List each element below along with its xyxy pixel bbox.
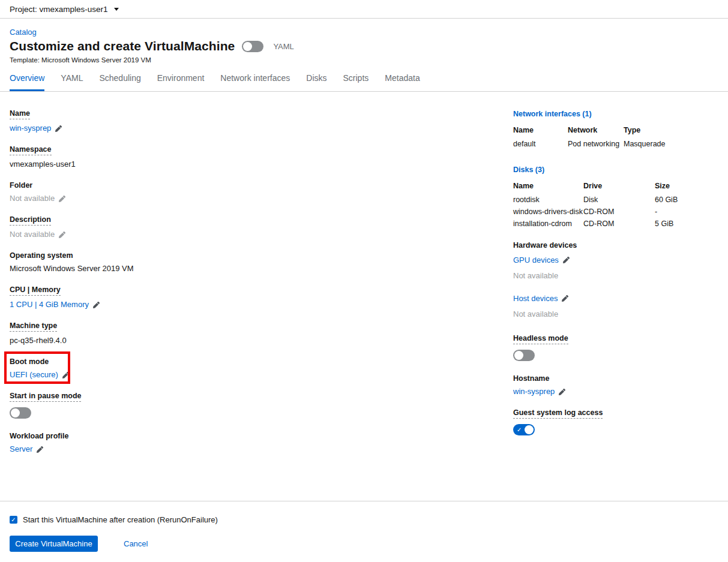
hardware-devices-label: Hardware devices bbox=[513, 241, 718, 250]
start-after-creation-label: Start this VirtualMachine after creation… bbox=[23, 515, 218, 524]
operating-system-label: Operating system bbox=[10, 251, 73, 260]
tab-disks[interactable]: Disks bbox=[306, 67, 326, 91]
pencil-icon[interactable] bbox=[562, 295, 568, 302]
guest-system-log-access-toggle[interactable]: ✓ bbox=[513, 424, 535, 435]
start-in-pause-mode-label[interactable]: Start in pause mode bbox=[10, 392, 81, 402]
tab-bar: Overview YAML Scheduling Environment Net… bbox=[0, 67, 728, 92]
project-bar: Project: vmexamples-user1 bbox=[0, 0, 728, 19]
details-right-column: Network interfaces (1) Name Network Type… bbox=[513, 107, 718, 501]
tab-scripts[interactable]: Scripts bbox=[343, 67, 369, 91]
headless-mode-toggle[interactable] bbox=[513, 350, 535, 361]
hostname-label: Hostname bbox=[513, 374, 549, 383]
tab-yaml[interactable]: YAML bbox=[61, 67, 83, 91]
machine-type-label[interactable]: Machine type bbox=[10, 321, 57, 332]
table-cell: Masquerade bbox=[624, 140, 718, 154]
column-header: Size bbox=[655, 182, 718, 196]
cpu-memory-value-link[interactable]: 1 CPU | 4 GiB Memory bbox=[10, 300, 89, 309]
table-cell: rootdisk bbox=[513, 196, 583, 208]
footer-action-bar: ✓ Start this VirtualMachine after creati… bbox=[0, 501, 728, 562]
cancel-button[interactable]: Cancel bbox=[124, 539, 148, 548]
start-after-creation-checkbox[interactable]: ✓ bbox=[10, 516, 17, 524]
breadcrumb-catalog[interactable]: Catalog bbox=[10, 28, 37, 37]
field-hostname: Hostname win-sysprep bbox=[513, 372, 718, 396]
pencil-icon[interactable] bbox=[59, 232, 65, 238]
pencil-icon[interactable] bbox=[559, 389, 565, 395]
table-cell: Pod networking bbox=[568, 140, 624, 154]
field-description: Description Not available bbox=[10, 214, 513, 239]
toggle-knob bbox=[243, 42, 252, 51]
name-label[interactable]: Name bbox=[10, 109, 30, 119]
boot-mode-label: Boot mode bbox=[10, 357, 49, 366]
page-header: Catalog Customize and create VirtualMach… bbox=[0, 19, 728, 67]
workload-profile-label: Workload profile bbox=[10, 432, 68, 440]
field-folder: Folder Not available bbox=[10, 179, 513, 203]
pencil-icon[interactable] bbox=[59, 196, 65, 202]
workload-profile-value-link[interactable]: Server bbox=[10, 444, 32, 454]
tab-network-interfaces[interactable]: Network interfaces bbox=[220, 67, 290, 91]
template-subtitle: Template: Microsoft Windows Server 2019 … bbox=[10, 56, 718, 64]
pencil-icon[interactable] bbox=[93, 302, 100, 308]
table-cell: installation-cdrom bbox=[513, 220, 583, 232]
tab-scheduling[interactable]: Scheduling bbox=[99, 67, 140, 91]
table-cell: 60 GiB bbox=[655, 196, 718, 208]
description-label[interactable]: Description bbox=[10, 215, 51, 226]
field-namespace: Namespace vmexamples-user1 bbox=[10, 143, 513, 169]
table-cell: CD-ROM bbox=[583, 220, 655, 232]
tab-environment[interactable]: Environment bbox=[157, 67, 205, 91]
toggle-knob bbox=[11, 408, 20, 417]
table-cell: windows-drivers-disk bbox=[513, 208, 583, 220]
disks-link[interactable]: Disks (3) bbox=[513, 166, 544, 174]
tab-overview[interactable]: Overview bbox=[10, 67, 44, 91]
pencil-icon[interactable] bbox=[563, 257, 570, 263]
machine-type-value: pc-q35-rhel9.4.0 bbox=[10, 336, 67, 345]
table-cell: CD-ROM bbox=[583, 208, 655, 220]
host-devices-value: Not available bbox=[513, 309, 718, 318]
start-after-creation-row[interactable]: ✓ Start this VirtualMachine after creati… bbox=[10, 515, 718, 524]
field-name: Name win-sysprep bbox=[10, 107, 513, 133]
field-start-in-pause-mode: Start in pause mode bbox=[10, 390, 513, 419]
pencil-icon[interactable] bbox=[37, 446, 43, 453]
yaml-toggle-label: YAML bbox=[273, 42, 293, 51]
field-machine-type: Machine type pc-q35-rhel9.4.0 bbox=[10, 320, 513, 345]
tab-metadata[interactable]: Metadata bbox=[385, 67, 420, 91]
guest-system-log-access-label[interactable]: Guest system log access bbox=[513, 408, 603, 419]
boot-mode-value-link[interactable]: UEFI (secure) bbox=[10, 370, 58, 380]
pencil-icon[interactable] bbox=[62, 372, 69, 378]
namespace-label[interactable]: Namespace bbox=[10, 145, 52, 155]
disks-table: Name Drive Size rootdisk Disk 60 GiB win… bbox=[513, 182, 718, 232]
folder-value: Not available bbox=[10, 194, 55, 203]
column-header: Type bbox=[624, 126, 718, 140]
host-devices-link[interactable]: Host devices bbox=[513, 294, 558, 303]
toggle-knob bbox=[525, 425, 534, 434]
hostname-value-link[interactable]: win-sysprep bbox=[513, 387, 555, 396]
field-workload-profile: Workload profile Server bbox=[10, 430, 513, 454]
network-interfaces-section: Network interfaces (1) Name Network Type… bbox=[513, 108, 718, 154]
headless-mode-label[interactable]: Headless mode bbox=[513, 334, 568, 344]
column-header: Drive bbox=[583, 182, 655, 196]
table-cell: Disk bbox=[583, 196, 655, 208]
caret-down-icon bbox=[114, 8, 119, 11]
network-interfaces-link[interactable]: Network interfaces (1) bbox=[513, 110, 592, 118]
create-virtualmachine-button[interactable]: Create VirtualMachine bbox=[10, 536, 98, 552]
page-title: Customize and create VirtualMachine bbox=[10, 39, 235, 53]
network-interfaces-table: Name Network Type default Pod networking… bbox=[513, 126, 718, 154]
operating-system-value: Microsoft Windows Server 2019 VM bbox=[10, 264, 134, 274]
column-header: Name bbox=[513, 182, 583, 196]
gpu-devices-value: Not available bbox=[513, 271, 718, 280]
details-left-column: Name win-sysprep Namespace vmexamples-us… bbox=[10, 107, 513, 501]
field-operating-system: Operating system Microsoft Windows Serve… bbox=[10, 250, 513, 274]
pencil-icon[interactable] bbox=[55, 125, 62, 132]
table-cell: default bbox=[513, 140, 568, 154]
field-boot-mode: Boot mode UEFI (secure) bbox=[10, 356, 513, 380]
cpu-memory-label[interactable]: CPU | Memory bbox=[10, 285, 61, 296]
field-headless-mode: Headless mode bbox=[513, 332, 718, 361]
folder-label: Folder bbox=[10, 181, 32, 190]
project-selector[interactable]: Project: vmexamples-user1 bbox=[10, 5, 119, 14]
field-cpu-memory: CPU | Memory 1 CPU | 4 GiB Memory bbox=[10, 284, 513, 309]
overview-content: Name win-sysprep Namespace vmexamples-us… bbox=[0, 92, 728, 501]
description-value: Not available bbox=[10, 230, 55, 239]
start-in-pause-mode-toggle[interactable] bbox=[10, 407, 31, 419]
gpu-devices-link[interactable]: GPU devices bbox=[513, 256, 559, 265]
yaml-view-toggle[interactable] bbox=[242, 41, 263, 52]
name-value-link[interactable]: win-sysprep bbox=[10, 124, 51, 133]
